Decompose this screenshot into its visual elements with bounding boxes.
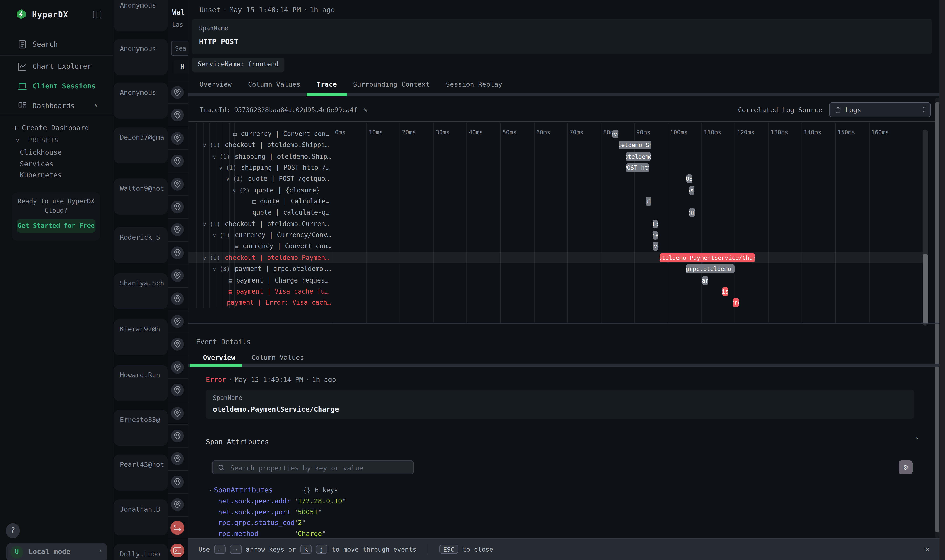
waterfall-scrollbar-thumb[interactable] — [922, 254, 928, 325]
attributes-search-input[interactable] — [229, 462, 412, 474]
session-filter-button[interactable]: H — [173, 60, 188, 74]
session-card[interactable]: Roderick_S — [114, 227, 168, 263]
edit-pencil-icon[interactable]: ✎ — [363, 106, 368, 114]
trace-span-row[interactable]: ▤ payment | Charge request rec… Charge — [188, 275, 928, 286]
trace-span-row[interactable]: ▤ quote | Calculated q… Calculated — [188, 196, 928, 207]
gear-icon[interactable]: ⚙ — [899, 460, 913, 474]
session-event-row[interactable] — [168, 356, 188, 379]
get-started-button[interactable]: Get Started for Free — [17, 219, 96, 232]
session-event-row[interactable] — [168, 539, 188, 560]
panel-scrollbar-thumb[interactable] — [935, 102, 939, 532]
session-event-row[interactable] — [168, 173, 188, 196]
attribute-value[interactable]: 172.28.0.10 — [298, 497, 342, 505]
span-duration-bar[interactable]: Calculated — [646, 197, 651, 206]
sidebar-item[interactable]: Client Sessions — [0, 78, 113, 95]
local-mode-menu[interactable]: U Local mode › — [6, 543, 107, 560]
collapse-section-icon[interactable]: ⌃ — [915, 436, 919, 443]
preset-item[interactable]: Kubernetes — [20, 171, 62, 179]
trace-span-row[interactable]: ∨ (1) quote | POST /getquote POST — [188, 173, 928, 184]
attribute-value[interactable]: Charge — [298, 529, 322, 538]
session-event-row[interactable] — [168, 287, 188, 311]
trace-span-row[interactable]: ▤ payment | Visa cache full: c… Visa — [188, 286, 928, 297]
chevron-down-icon[interactable]: ∨ — [203, 142, 206, 148]
session-event-row[interactable] — [168, 81, 188, 104]
session-event-row[interactable] — [168, 264, 188, 287]
attribute-value[interactable]: 2 — [298, 518, 302, 527]
trace-span-row[interactable]: ∨ (1) currency | Currency/Convert Curren… — [188, 229, 928, 241]
event-details-tab[interactable]: Column Values — [251, 354, 304, 362]
session-event-row[interactable] — [168, 103, 188, 127]
span-duration-bar[interactable]: {closure} — [689, 186, 695, 195]
attribute-key[interactable]: rpc.method — [218, 529, 294, 538]
session-card[interactable]: Dolly.Lubo — [114, 544, 168, 560]
session-card[interactable]: Ernesto33@ — [114, 410, 168, 446]
session-event-row[interactable] — [168, 218, 188, 241]
attributes-root-key[interactable]: SpanAttributes — [214, 486, 273, 494]
session-event-row[interactable] — [168, 195, 188, 218]
trace-span-row[interactable]: payment | Error: Visa cache ful… Error — [188, 297, 928, 308]
span-duration-bar[interactable]: Charge — [702, 276, 708, 285]
chevron-down-icon[interactable]: ∨ — [203, 255, 206, 261]
session-card[interactable]: Anonymous — [114, 39, 168, 75]
panel-tab[interactable]: Overview — [199, 80, 232, 88]
event-details-tab[interactable]: Overview — [203, 354, 235, 362]
span-duration-bar[interactable]: oteldemo.Shi — [619, 141, 651, 149]
session-card[interactable]: Jonathan.B — [114, 499, 168, 535]
chevron-down-icon[interactable]: ∨ — [213, 154, 216, 160]
span-duration-bar[interactable]: Currency — [653, 231, 658, 240]
trace-span-row[interactable]: ∨ (2) quote | {closure} {closure} — [188, 185, 928, 196]
sidebar-item[interactable]: Dashboards ∧ — [0, 98, 113, 115]
service-name-chip[interactable]: ServiceName: frontend — [192, 58, 284, 71]
session-card[interactable]: Anonymous — [114, 0, 168, 31]
preset-item[interactable]: Services — [20, 160, 53, 168]
session-event-row[interactable] — [168, 332, 188, 356]
span-duration-bar[interactable]: Convert — [653, 242, 658, 251]
session-card[interactable]: Walton9@hot — [114, 178, 168, 214]
preset-item[interactable]: Clickhouse — [20, 148, 62, 156]
session-event-row[interactable] — [168, 241, 188, 265]
chevron-up-icon[interactable]: ∧ — [94, 102, 97, 108]
session-event-row[interactable] — [168, 425, 188, 448]
chevron-down-icon[interactable]: ∨ — [213, 232, 216, 238]
session-event-row[interactable] — [168, 516, 188, 540]
trace-span-row[interactable]: ∨ (1) checkout | oteldemo.ShippingSe… ot… — [188, 140, 928, 151]
triangle-down-icon[interactable]: ▾ — [209, 488, 211, 493]
window-scrollbar-track[interactable] — [939, 0, 945, 560]
panel-tab[interactable]: Column Values — [248, 80, 300, 88]
session-event-row[interactable] — [168, 149, 188, 173]
span-duration-bar[interactable]: Convert — [612, 130, 618, 138]
attribute-key[interactable]: rpc.grpc.status_code — [218, 518, 294, 527]
chevron-down-icon[interactable]: ∨ — [219, 165, 222, 171]
trace-span-row[interactable]: quote | calculate-quote calculate — [188, 207, 928, 218]
span-duration-bar[interactable]: Visa — [722, 287, 728, 296]
sidebar-item[interactable]: Chart Explorer — [0, 58, 113, 75]
chevron-down-icon[interactable]: ∨ — [226, 176, 230, 182]
attribute-value[interactable]: 50051 — [298, 508, 318, 516]
trace-span-row[interactable]: ∨ (1) shipping | oteldemo.Shipping… otel… — [188, 151, 928, 162]
trace-span-row[interactable]: ∨ (1) shipping | POST http://quo… POST h… — [188, 162, 928, 173]
session-search-input[interactable]: Sea — [171, 41, 188, 56]
panel-tab[interactable]: Session Replay — [446, 80, 503, 88]
span-duration-bar[interactable]: Error — [733, 298, 739, 307]
chevron-down-icon[interactable]: ∨ — [203, 221, 206, 227]
span-duration-bar[interactable]: grpc.oteldemo. — [686, 265, 735, 273]
panel-tab[interactable]: Trace — [317, 80, 337, 88]
session-event-row[interactable] — [168, 447, 188, 470]
session-event-row[interactable] — [168, 378, 188, 402]
session-card[interactable]: Howard.Run — [114, 365, 168, 401]
span-duration-bar[interactable]: POST — [686, 174, 692, 183]
session-card[interactable]: Anonymous — [114, 83, 168, 118]
span-duration-bar[interactable]: oteldemo — [626, 152, 651, 161]
chevron-down-icon[interactable]: ∨ — [233, 188, 236, 193]
trace-span-row[interactable]: ▤ currency | Convert convers… Convert — [188, 128, 928, 140]
session-event-row[interactable] — [168, 493, 188, 516]
trace-span-row[interactable]: ∨ (1) checkout | oteldemo.CurrencySe… ot… — [188, 218, 928, 229]
span-duration-bar[interactable]: oteldemo — [653, 220, 658, 228]
trace-span-row[interactable]: ▤ currency | Convert convers… Convert — [188, 241, 928, 252]
create-dashboard-link[interactable]: + Create Dashboard — [13, 124, 89, 132]
help-button[interactable]: ? — [6, 523, 20, 538]
trace-span-row[interactable]: ∨ (1) checkout | oteldemo.PaymentServi… … — [188, 252, 928, 263]
close-icon[interactable]: ✕ — [921, 543, 933, 555]
trace-span-row[interactable]: ∨ (3) payment | grpc.oteldemo.Paymen… gr… — [188, 263, 928, 274]
session-event-row[interactable] — [168, 402, 188, 425]
